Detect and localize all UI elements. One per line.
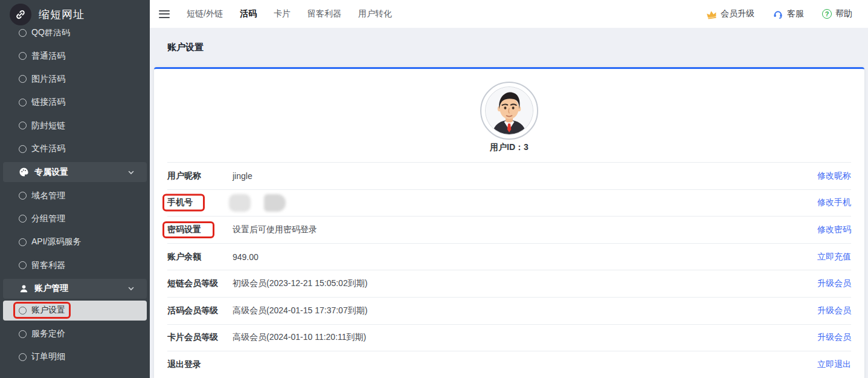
- member-upgrade-label: 会员升级: [721, 8, 754, 19]
- tab-shortlink[interactable]: 短链/外链: [187, 8, 223, 19]
- sidebar-item-label: 留客利器: [31, 260, 65, 271]
- logo: 缩短网址: [0, 0, 150, 29]
- nickname-value: jingle: [233, 171, 817, 181]
- card-level-value: 高级会员(2024-01-10 11:20:11到期): [233, 332, 817, 343]
- phone-value-redacted: [233, 194, 817, 212]
- circle-icon: [19, 353, 27, 361]
- sidebar-item-label: 服务定价: [31, 328, 65, 339]
- user-id-value: 3: [524, 142, 529, 152]
- circle-icon: [19, 238, 27, 246]
- upgrade-member-link[interactable]: 升级会员: [817, 278, 851, 289]
- row-nickname: 用户昵称 jingle 修改昵称: [167, 163, 851, 190]
- sidebar-item-keep-customer-tool[interactable]: 留客利器: [0, 254, 150, 277]
- shortlink-level-value: 初级会员(2023-12-21 15:05:02到期): [233, 278, 817, 289]
- circle-icon: [19, 307, 27, 314]
- logout-link[interactable]: 立即退出: [817, 359, 851, 370]
- chevron-down-icon: [127, 169, 135, 176]
- sidebar-item-domain-management[interactable]: 域名管理: [0, 184, 150, 207]
- headset-icon: [773, 8, 783, 19]
- sidebar-item-anti-block-shortlink[interactable]: 防封短链: [0, 114, 150, 137]
- profile-block: 用户ID：3: [154, 82, 864, 153]
- help-label: 帮助: [835, 8, 852, 19]
- edit-password-link[interactable]: 修改密码: [817, 224, 851, 235]
- sidebar-item-label: 链接活码: [31, 97, 65, 108]
- sidebar-item-link-qrcode[interactable]: 链接活码: [0, 91, 150, 114]
- row-phone: 手机号 修改手机: [167, 190, 851, 217]
- row-label: 卡片会员等级: [167, 332, 233, 343]
- row-label: 活码会员等级: [167, 305, 233, 316]
- palette-icon: [19, 167, 29, 177]
- sidebar-group-label: 专属设置: [34, 167, 68, 178]
- redaction-blob: [229, 194, 251, 212]
- member-upgrade-button[interactable]: 会员升级: [706, 8, 754, 19]
- sidebar-item-label: 防封短链: [31, 120, 65, 131]
- row-shortlink-member-level: 短链会员等级 初级会员(2023-12-21 15:05:02到期) 升级会员: [167, 270, 851, 298]
- sidebar-group-custom-settings[interactable]: 专属设置: [3, 162, 147, 182]
- sidebar-menu: QQ群活码 普通活码 图片活码 链接活码 防封短链 文件活码: [0, 21, 150, 369]
- circle-icon: [19, 52, 27, 60]
- avatar[interactable]: [480, 82, 538, 140]
- sidebar-item-order-details[interactable]: 订单明细: [0, 345, 150, 368]
- help-button[interactable]: ? 帮助: [822, 8, 852, 19]
- circle-icon: [19, 75, 27, 83]
- page-title: 账户设置: [167, 42, 204, 53]
- row-label: 用户昵称: [167, 171, 233, 181]
- customer-service-label: 客服: [787, 8, 804, 19]
- phone-label: 手机号: [167, 197, 193, 207]
- sidebar-item-label: 订单明细: [31, 351, 65, 362]
- sidebar-item-label: API/源码服务: [31, 236, 81, 247]
- link-icon: [10, 4, 31, 25]
- row-label: 短链会员等级: [167, 278, 233, 289]
- app-window: 缩短网址 QQ群活码 普通活码 图片活码 链接活码 防封短链: [0, 0, 868, 378]
- row-label: 手机号: [167, 197, 233, 208]
- sidebar-item-label: 图片活码: [31, 74, 65, 85]
- row-balance: 账户余额 949.00 立即充值: [167, 244, 851, 271]
- sidebar-item-api-source-service[interactable]: API/源码服务: [0, 230, 150, 253]
- edit-nickname-link[interactable]: 修改昵称: [817, 171, 851, 181]
- sidebar-group-account-management[interactable]: 账户管理: [3, 279, 147, 299]
- balance-value: 949.00: [233, 252, 817, 262]
- hamburger-icon[interactable]: [159, 10, 170, 18]
- user-id-label: 用户ID：: [490, 142, 524, 152]
- question-icon: ?: [822, 9, 832, 19]
- circle-icon: [19, 215, 27, 223]
- sidebar-item-group-management[interactable]: 分组管理: [0, 207, 150, 230]
- upgrade-member-link[interactable]: 升级会员: [817, 332, 851, 343]
- sidebar: 缩短网址 QQ群活码 普通活码 图片活码 链接活码 防封短链: [0, 0, 150, 378]
- customer-service-button[interactable]: 客服: [773, 8, 804, 19]
- tab-user-conversion[interactable]: 用户转化: [358, 8, 392, 19]
- sidebar-item-label: 分组管理: [31, 213, 65, 224]
- circle-icon: [19, 192, 27, 200]
- sidebar-item-normal-qrcode[interactable]: 普通活码: [0, 44, 150, 67]
- avatar-image: [485, 86, 533, 135]
- tab-qrcode[interactable]: 活码: [240, 8, 257, 19]
- sidebar-item-label: 普通活码: [31, 51, 65, 62]
- row-label: 账户余额: [167, 252, 233, 262]
- chevron-down-icon: [127, 285, 135, 292]
- recharge-link[interactable]: 立即充值: [817, 252, 851, 262]
- app-title: 缩短网址: [39, 7, 85, 22]
- sidebar-item-image-qrcode[interactable]: 图片活码: [0, 68, 150, 91]
- tab-card[interactable]: 卡片: [274, 8, 291, 19]
- sidebar-item-file-qrcode[interactable]: 文件活码: [0, 137, 150, 160]
- main-area: 短链/外链 活码 卡片 留客利器 用户转化 会员升级: [150, 0, 868, 378]
- sidebar-item-label: 文件活码: [31, 143, 65, 154]
- sidebar-group-label: 账户管理: [34, 283, 68, 294]
- sidebar-item-label: 域名管理: [31, 191, 65, 201]
- row-qrcode-member-level: 活码会员等级 高级会员(2024-01-15 17:37:07到期) 升级会员: [167, 298, 851, 325]
- password-hint: 设置后可使用密码登录: [233, 224, 817, 235]
- crown-icon: [706, 8, 718, 20]
- sidebar-item-account-settings[interactable]: 账户设置: [3, 301, 147, 321]
- sidebar-item-service-pricing[interactable]: 服务定价: [0, 322, 150, 345]
- tab-keep-customer[interactable]: 留客利器: [307, 8, 341, 19]
- upgrade-member-link[interactable]: 升级会员: [817, 305, 851, 316]
- row-logout: 退出登录 立即退出: [167, 351, 851, 378]
- circle-icon: [19, 145, 27, 153]
- row-password: 密码设置 设置后可使用密码登录 修改密码: [167, 217, 851, 244]
- top-tabs: 短链/外链 活码 卡片 留客利器 用户转化: [187, 8, 392, 19]
- redaction-blob: [264, 194, 286, 212]
- qrcode-level-value: 高级会员(2024-01-15 17:37:07到期): [233, 305, 817, 316]
- edit-phone-link[interactable]: 修改手机: [817, 197, 851, 208]
- circle-icon: [19, 122, 27, 129]
- row-label: 密码设置: [167, 224, 233, 235]
